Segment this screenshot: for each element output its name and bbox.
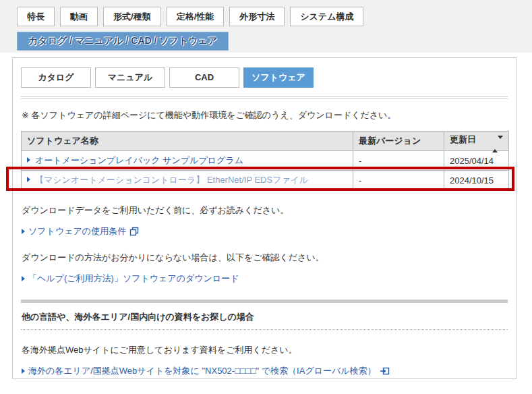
version-cell: -	[353, 171, 444, 190]
software-table-wrap: ソフトウェア名称 最新バージョン 更新日	[21, 131, 508, 190]
subtab-manual[interactable]: マニュアル	[95, 67, 165, 88]
software-terms-link[interactable]: ソフトウェアの使用条件	[28, 225, 126, 237]
download-note: ※ 各ソフトウェアの詳細ページにて機能や動作環境をご確認のうえ、ダウンロードくだ…	[22, 109, 508, 121]
date-cell: 2024/10/15	[444, 171, 509, 190]
overseas-section-heading: 他の言語や、海外各エリア/国内向けの資料をお探しの場合	[22, 311, 508, 323]
product-tab-bar: 特長 動画 形式/種類 定格/性能 外形寸法 システム構成 カタログ / マニュ…	[0, 0, 532, 53]
table-row: オートメーションプレイバック サンプルプログラム - 2025/04/14	[22, 151, 509, 171]
table-row: 【マシンオートメーションコントローラ】 EtherNet/IP EDSファイル …	[22, 171, 509, 190]
secondary-tab-row: カタログ / マニュアル / CAD / ソフトウェア	[17, 32, 532, 51]
tab-dimensions[interactable]: 外形寸法	[229, 7, 285, 26]
tab-system-config[interactable]: システム構成	[290, 7, 363, 26]
version-cell: -	[353, 151, 444, 171]
downloads-panel: カタログ マニュアル CAD ソフトウェア ※ 各ソフトウェアの詳細ページにて機…	[12, 57, 516, 379]
tab-models[interactable]: 形式/種類	[103, 7, 161, 26]
tab-videos[interactable]: 動画	[60, 7, 98, 26]
section-divider	[21, 300, 508, 303]
date-cell: 2025/04/14	[444, 151, 509, 171]
global-search-link-row: 海外の各エリア/国拠点Webサイトを対象に "NX502-□□□□" で検索（I…	[22, 365, 508, 377]
help-download-link[interactable]: 「ヘルプ(ご利用方法)」ソフトウェアのダウンロード	[28, 273, 239, 285]
external-login-arrow-icon	[380, 366, 390, 376]
software-name-cell: 【マシンオートメーションコントローラ】 EtherNet/IP EDSファイル	[22, 171, 353, 190]
tab-features[interactable]: 特長	[17, 7, 55, 26]
link-arrow-icon	[22, 276, 25, 281]
double-divider	[21, 96, 508, 99]
sort-down-triangle-icon	[498, 136, 503, 149]
dotted-divider	[21, 329, 508, 330]
link-arrow-icon	[22, 368, 25, 374]
primary-tab-row: 特長 動画 形式/種類 定格/性能 外形寸法 システム構成	[17, 7, 532, 26]
col-header-software-name: ソフトウェア名称	[22, 132, 353, 151]
subtab-cad[interactable]: CAD	[169, 67, 239, 88]
how-to-download-notice: ダウンロードの方法がお分かりにならない場合は、以下をご確認ください。	[22, 252, 508, 264]
software-name-cell: オートメーションプレイバック サンプルプログラム	[22, 151, 353, 171]
product-download-page: 特長 動画 形式/種類 定格/性能 外形寸法 システム構成 カタログ / マニュ…	[0, 0, 532, 379]
terms-link-row: ソフトウェアの使用条件	[22, 225, 508, 237]
popup-window-icon	[129, 227, 139, 236]
link-arrow-icon	[27, 157, 30, 163]
before-download-notice: ダウンロードデータをご利用いただく前に、必ずお読みください。	[22, 204, 508, 217]
subtab-catalog[interactable]: カタログ	[21, 67, 91, 88]
ia-global-search-link[interactable]: 海外の各エリア/国拠点Webサイトを対象に "NX502-□□□□" で検索（I…	[28, 365, 376, 377]
col-header-latest-version: 最新バージョン	[353, 132, 444, 151]
overseas-text: 各海外拠点Webサイトにご用意しております資料をご利用ください。	[22, 344, 508, 356]
software-table: ソフトウェア名称 最新バージョン 更新日	[21, 131, 509, 190]
download-subtab-row: カタログ マニュアル CAD ソフトウェア	[21, 67, 508, 88]
col-header-update-date-label: 更新日	[450, 134, 476, 144]
help-link-row: 「ヘルプ(ご利用方法)」ソフトウェアのダウンロード	[22, 273, 508, 285]
tab-ratings[interactable]: 定格/性能	[167, 7, 225, 26]
software-link-eds-file[interactable]: 【マシンオートメーションコントローラ】 EtherNet/IP EDSファイル	[35, 175, 308, 185]
subtab-software[interactable]: ソフトウェア	[243, 67, 314, 88]
tab-catalog-manual-cad-software[interactable]: カタログ / マニュアル / CAD / ソフトウェア	[17, 32, 229, 51]
col-header-update-date[interactable]: 更新日	[444, 132, 509, 151]
software-link-automation-playback[interactable]: オートメーションプレイバック サンプルプログラム	[35, 155, 243, 165]
table-header-row: ソフトウェア名称 最新バージョン 更新日	[22, 132, 509, 151]
link-arrow-icon	[27, 177, 30, 182]
sort-up-triangle-icon	[492, 139, 498, 152]
link-arrow-icon	[22, 229, 25, 234]
sort-icon[interactable]	[492, 139, 503, 149]
